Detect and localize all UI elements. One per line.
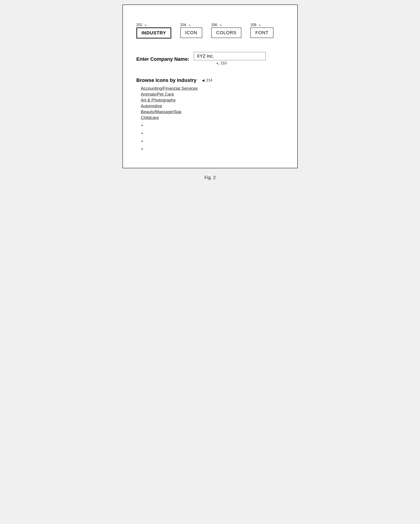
bullet-item — [145, 147, 284, 151]
bullet-item — [145, 123, 284, 128]
list-item[interactable]: Animals/Pet Care — [141, 92, 284, 97]
browse-arrow-icon: ◄ — [201, 78, 205, 83]
company-name-input[interactable] — [194, 52, 266, 60]
industry-tab[interactable]: INDUSTRY — [136, 27, 171, 38]
company-input-wrapper: ↗ 210 — [194, 52, 266, 66]
bullet-list — [136, 123, 284, 154]
bullet-item — [145, 131, 284, 135]
icon-tab[interactable]: ICON — [180, 27, 202, 38]
bullet-item — [145, 139, 284, 143]
tab-number-202: 202 — [136, 23, 143, 27]
art-photography-link[interactable]: Art & Photography — [141, 98, 176, 102]
list-item[interactable]: Automotive — [141, 104, 284, 108]
colors-tab-container: 206 ↘ COLORS — [211, 23, 241, 38]
colors-tab[interactable]: COLORS — [211, 27, 241, 38]
beauty-link[interactable]: Beauty/Massage/Spa — [141, 109, 182, 114]
font-tab[interactable]: FONT — [250, 27, 273, 38]
list-item[interactable]: Accounting/Financial Services — [141, 86, 284, 91]
browse-section: Browse Icons by Industry ◄ 214 Accountin… — [136, 77, 284, 154]
tab-number-206: 206 — [211, 23, 217, 27]
browse-list: Accounting/Financial Services Animals/Pe… — [141, 86, 284, 121]
accounting-link[interactable]: Accounting/Financial Services — [141, 86, 198, 91]
childcare-link[interactable]: Childcare — [141, 115, 159, 120]
list-item[interactable]: Beauty/Massage/Spa — [141, 109, 284, 114]
font-tab-container: 208 ↘ FONT — [250, 23, 273, 38]
automotive-link[interactable]: Automotive — [141, 104, 162, 108]
tab-number-204: 204 — [180, 23, 186, 27]
icon-tab-container: 204 ↘ ICON — [180, 23, 202, 38]
animals-link[interactable]: Animals/Pet Care — [141, 92, 174, 96]
browse-header-row: Browse Icons by Industry ◄ 214 — [136, 77, 284, 83]
input-arrow-icon: ↗ — [216, 61, 219, 66]
input-annotation-number: 210 — [220, 61, 227, 65]
company-name-row: Enter Company Name: ↗ 210 — [136, 52, 284, 66]
industry-tab-container: 202 ↘ INDUSTRY — [136, 23, 171, 38]
tab-row: 202 ↘ INDUSTRY 204 ↘ ICON 206 ↘ COLORS 2… — [136, 23, 284, 38]
input-annotation: ↗ 210 — [216, 61, 227, 66]
list-item[interactable]: Childcare — [141, 115, 284, 120]
list-item[interactable]: Art & Photography — [141, 98, 284, 103]
browse-annotation-number: 214 — [206, 78, 212, 82]
tab-number-208: 208 — [250, 23, 256, 27]
diagram-container: 202 ↘ INDUSTRY 204 ↘ ICON 206 ↘ COLORS 2… — [122, 5, 298, 168]
figure-caption: Fig. 2 — [204, 175, 216, 180]
company-name-label: Enter Company Name: — [136, 56, 189, 62]
browse-title: Browse Icons by Industry — [136, 77, 197, 83]
browse-annotation: ◄ 214 — [201, 78, 212, 83]
